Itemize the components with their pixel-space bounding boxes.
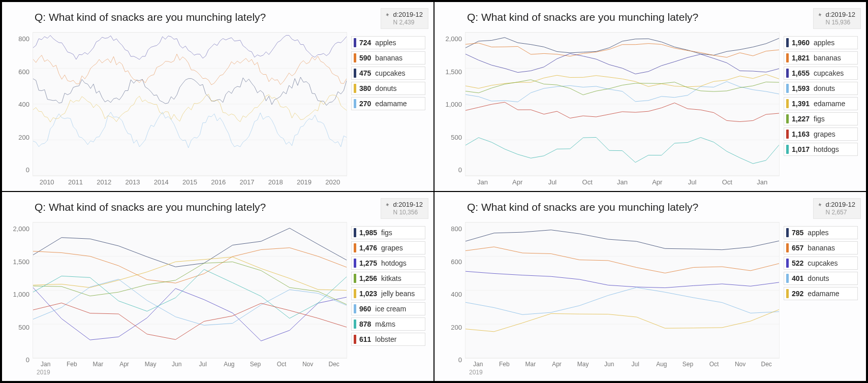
y-tick: 2,000 [13, 225, 29, 233]
x-tick: 2018 [261, 178, 290, 186]
series-edamame[interactable] [466, 310, 779, 332]
x-tick: Nov [727, 361, 754, 368]
legend-value: 878 [359, 320, 371, 328]
series-jelly beans[interactable] [33, 257, 347, 291]
series-apples[interactable] [466, 230, 779, 250]
legend-item[interactable]: 1,655cupcakes [784, 67, 858, 80]
legend-item[interactable]: 785apples [784, 226, 858, 239]
legend-item[interactable]: 724apples [351, 36, 425, 49]
series-figs[interactable] [466, 80, 779, 95]
legend-item[interactable]: 475cupcakes [351, 67, 425, 80]
legend-value: 960 [359, 305, 371, 313]
legend-item[interactable]: 522cupcakes [784, 257, 858, 270]
legend-label: grapes [814, 130, 835, 138]
legend-swatch [354, 243, 356, 252]
y-tick: 800 [18, 35, 29, 43]
legend-item[interactable]: 1,391edamame [784, 97, 858, 110]
series-edamame[interactable] [33, 112, 347, 148]
legend-item[interactable]: 1,275hotdogs [351, 257, 425, 270]
pin-icon: ✦ [385, 201, 391, 209]
legend-value: 522 [792, 259, 803, 267]
series-hotdogs[interactable] [466, 138, 779, 164]
x-tick: Apr [111, 361, 138, 368]
meta-box[interactable]: ✦ d:2019-12 N 10,356 [381, 198, 428, 219]
legend-item[interactable]: 401donuts [784, 272, 858, 285]
series-bananas[interactable] [466, 247, 779, 273]
legend-item[interactable]: 960ice cream [351, 302, 425, 315]
x-tick: Jul [190, 361, 216, 368]
series-cupcakes[interactable] [466, 271, 779, 288]
series-apples[interactable] [33, 36, 347, 60]
legend-item[interactable]: 270edamame [351, 97, 425, 110]
chart-row: 8006004002000201020112012201320142015201… [10, 32, 425, 186]
legend-item[interactable]: 657bananas [784, 241, 858, 254]
legend-item[interactable]: 1,017hotdogs [784, 143, 858, 156]
legend-label: donuts [808, 274, 829, 282]
x-tick: 2011 [61, 178, 89, 186]
plot-area: 2,0001,5001,0005000JanAprJulOctJanAprJul… [443, 32, 780, 186]
legend-value: 292 [792, 290, 803, 298]
legend-item[interactable]: 1,960apples [784, 36, 858, 49]
legend-item[interactable]: 1,256kitkats [351, 272, 425, 285]
legend-value: 1,985 [359, 229, 377, 237]
legend-item[interactable]: 590bananas [351, 51, 425, 65]
legend-value: 1,256 [359, 274, 377, 282]
series-donuts[interactable] [33, 94, 347, 122]
legend-item[interactable]: 1,593donuts [784, 82, 858, 95]
y-tick: 800 [451, 225, 462, 233]
plot-canvas[interactable] [33, 222, 347, 359]
legend-swatch [786, 53, 789, 62]
x-tick: Jul [675, 178, 710, 186]
y-tick: 600 [18, 68, 29, 76]
x-tick: May [137, 361, 164, 368]
panel-header: Q: What kind of snacks are you munching … [443, 201, 858, 219]
legend: 1,960apples1,821bananas1,655cupcakes1,59… [784, 32, 858, 186]
meta-n: N 2,657 [825, 209, 855, 216]
legend-label: donuts [375, 84, 396, 92]
meta-text: d:2019-12 N 10,356 [393, 201, 423, 216]
panel-br: Q: What kind of snacks are you munching … [434, 192, 866, 381]
series-donuts[interactable] [466, 288, 779, 314]
x-sublabel: 2019 [33, 369, 347, 376]
plot-canvas[interactable] [33, 32, 347, 176]
legend-item[interactable]: 1,023jelly beans [351, 287, 425, 300]
legend-item[interactable]: 292edamame [784, 287, 858, 300]
series-figs[interactable] [33, 228, 347, 267]
legend-value: 1,960 [792, 39, 810, 47]
chart-row: 2,0001,5001,0005000JanAprJulOctJanAprJul… [443, 32, 858, 186]
panel-tr: Q: What kind of snacks are you munching … [434, 2, 866, 192]
legend-item[interactable]: 1,821bananas [784, 51, 858, 65]
legend-value: 657 [792, 244, 803, 252]
legend-label: bananas [375, 54, 402, 62]
legend-item[interactable]: 611lobster [351, 333, 425, 346]
legend-item[interactable]: 1,476grapes [351, 241, 425, 254]
meta-box[interactable]: ✦ d:2019-12 N 2,657 [813, 198, 861, 219]
series-grapes[interactable] [33, 248, 347, 283]
series-ice cream[interactable] [33, 279, 347, 326]
plot-canvas[interactable] [465, 222, 780, 359]
legend-value: 1,023 [359, 290, 377, 298]
series-edamame[interactable] [466, 75, 779, 88]
panel-header: Q: What kind of snacks are you munching … [443, 11, 858, 29]
meta-box[interactable]: ✦ d:2019-12 N 15,936 [813, 8, 861, 29]
series-cupcakes[interactable] [466, 54, 779, 74]
legend-item[interactable]: 1,227figs [784, 112, 858, 125]
meta-n: N 10,356 [393, 209, 423, 216]
legend-item[interactable]: 1,985figs [351, 226, 425, 239]
legend: 1,985figs1,476grapes1,275hotdogs1,256kit… [351, 222, 425, 376]
meta-date: d:2019-12 [393, 11, 423, 19]
series-hotdogs[interactable] [33, 288, 347, 341]
meta-box[interactable]: ✦ d:2019-12 N 2,439 [381, 8, 428, 29]
legend-item[interactable]: 1,163grapes [784, 127, 858, 141]
meta-text: d:2019-12 N 2,439 [393, 11, 423, 26]
series-kitkats[interactable] [33, 262, 347, 305]
legend-swatch [786, 114, 789, 123]
series-apples[interactable] [466, 38, 779, 55]
series-bananas[interactable] [466, 43, 779, 57]
legend-item[interactable]: 878m&ms [351, 317, 425, 331]
plot-canvas[interactable] [465, 32, 780, 176]
series-donuts[interactable] [466, 82, 779, 102]
series-lobster[interactable] [33, 303, 347, 340]
series-grapes[interactable] [466, 102, 779, 121]
legend-item[interactable]: 380donuts [351, 82, 425, 95]
